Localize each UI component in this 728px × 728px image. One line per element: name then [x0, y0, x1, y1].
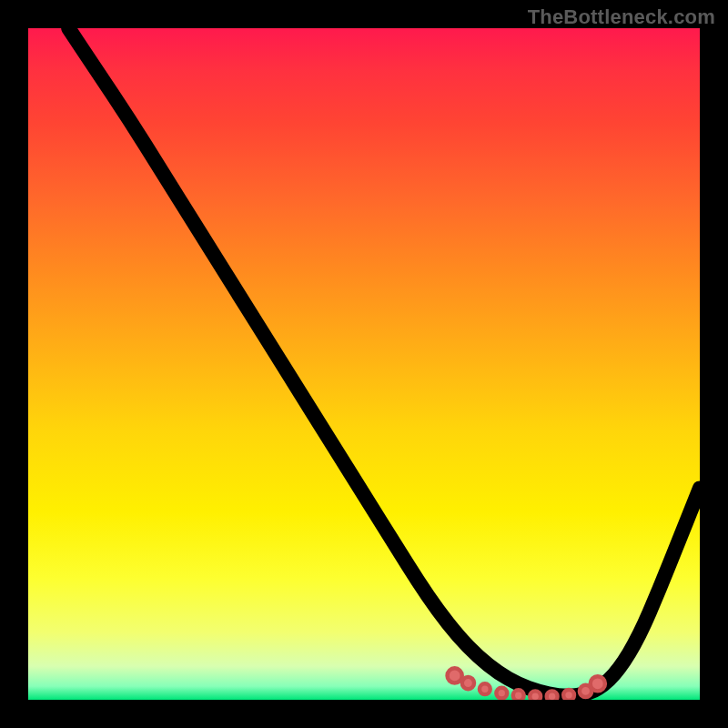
curve-marker — [462, 677, 474, 689]
curve-layer — [28, 28, 700, 700]
plot-area — [28, 28, 700, 700]
curve-marker — [591, 676, 605, 691]
curve-marker — [496, 688, 507, 699]
curve-marker — [563, 690, 574, 700]
curve-marker — [530, 691, 541, 700]
curve-marker — [513, 690, 524, 700]
curve-marker — [480, 683, 490, 694]
bottleneck-curve — [68, 28, 700, 696]
curve-marker — [547, 691, 558, 700]
watermark-label: TheBottleneck.com — [528, 5, 715, 29]
curve-marker — [448, 668, 462, 682]
chart-frame: TheBottleneck.com — [0, 0, 728, 728]
